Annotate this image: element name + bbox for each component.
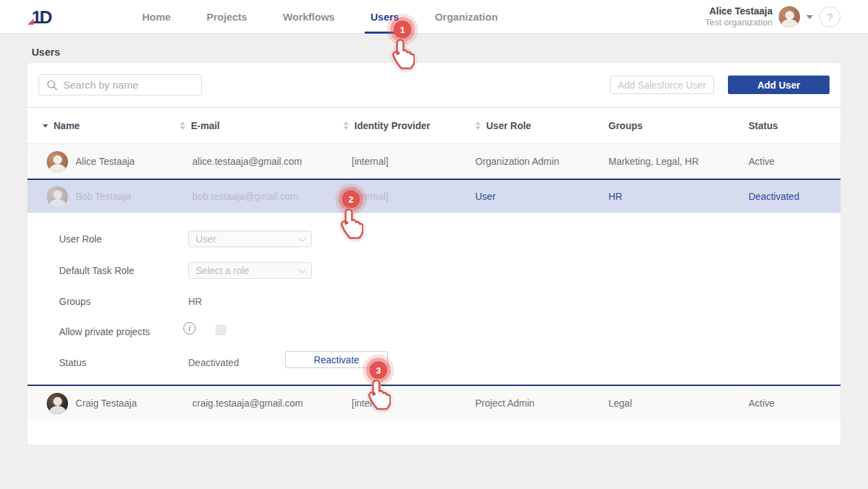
status-value: Deactivated: [188, 357, 239, 368]
chevron-down-icon: [299, 265, 306, 273]
user-role-cell: Organization Admin: [475, 156, 608, 167]
identity-provider-cell: [internal]: [343, 191, 475, 202]
column-header-email[interactable]: E-mail: [180, 120, 343, 131]
groups-value: HR: [188, 296, 202, 307]
column-header-status: Status: [749, 120, 841, 131]
search-icon: [46, 79, 58, 91]
default-task-role-label: Default Task Role: [59, 265, 134, 276]
table-row-craig[interactable]: Craig Testaaja craig.testaaja@gmail.com …: [27, 386, 841, 420]
groups-cell: Marketing, Legal, HR: [608, 156, 749, 167]
nav-item-organization[interactable]: Organization: [417, 0, 516, 34]
info-icon[interactable]: i: [183, 322, 196, 334]
column-header-user-role[interactable]: User Role: [475, 120, 608, 131]
detail-row-groups: Groups HR: [27, 293, 841, 310]
user-name-cell: Craig Testaaja: [43, 393, 180, 414]
column-header-groups: Groups: [608, 120, 749, 131]
nav-user-info: Alice Testaaja Test organization: [705, 5, 773, 29]
main-nav: Home Projects Workflows Users Organizati…: [124, 0, 516, 34]
search-box[interactable]: [38, 74, 202, 95]
status-cell: Active: [749, 156, 841, 167]
nav-item-users[interactable]: Users: [352, 0, 417, 34]
status-label: Status: [59, 357, 87, 368]
sort-icon: [343, 122, 349, 130]
groups-label: Groups: [59, 296, 91, 307]
chevron-down-icon: [299, 234, 306, 241]
detail-row-default-task-role: Default Task Role Select a role: [27, 262, 841, 279]
page-title: Users: [32, 46, 60, 58]
nav-item-projects[interactable]: Projects: [189, 0, 265, 34]
user-role-label: User Role: [59, 234, 102, 244]
app-logo[interactable]: 1D: [26, 5, 58, 29]
user-detail-panel: User Role User Default Task Role Select …: [27, 213, 841, 386]
identity-provider-cell: [internal]: [343, 398, 475, 409]
detail-row-allow-private: Allow private projects i: [27, 323, 841, 340]
nav-item-workflows[interactable]: Workflows: [265, 0, 353, 34]
table-row-bob-selected[interactable]: Bob Testaaja bob.testaaja@gmail.com [int…: [27, 179, 841, 213]
current-user-org: Test organization: [705, 17, 773, 28]
allow-private-projects-checkbox[interactable]: [216, 325, 226, 335]
user-avatar: [47, 151, 68, 172]
top-nav-bar: 1D Home Projects Workflows Users Organiz…: [0, 0, 868, 34]
logo-text: 1D: [26, 5, 58, 29]
user-role-cell: Project Admin: [475, 398, 608, 409]
nav-user-area: Alice Testaaja Test organization ?: [705, 0, 841, 34]
user-email-cell: alice.testaaja@gmail.com: [180, 156, 343, 167]
user-menu-caret-icon[interactable]: [806, 15, 813, 19]
default-task-role-select[interactable]: Select a role: [188, 262, 312, 279]
groups-cell: Legal: [608, 398, 749, 409]
help-button[interactable]: ?: [819, 6, 841, 27]
identity-provider-cell: [internal]: [343, 156, 475, 167]
user-role-select[interactable]: User: [188, 231, 312, 247]
column-header-identity-provider[interactable]: Identity Provider: [343, 120, 475, 131]
status-cell: Deactivated: [749, 191, 841, 202]
user-avatar: [47, 393, 68, 414]
user-name-cell: Bob Testaaja: [43, 186, 180, 207]
reactivate-button[interactable]: Reactivate: [285, 351, 388, 368]
status-cell: Active: [749, 398, 841, 409]
detail-row-status: Status Deactivated Reactivate: [27, 354, 841, 371]
current-user-avatar[interactable]: [779, 6, 800, 27]
user-name-cell: Alice Testaaja: [43, 151, 180, 172]
user-email-cell: bob.testaaja@gmail.com: [180, 191, 343, 202]
logo-accent-icon: [27, 19, 34, 25]
users-card: Add Salesforce User Add User Name E-mail…: [27, 63, 841, 445]
allow-private-projects-label: Allow private projects: [59, 326, 150, 337]
search-input[interactable]: [63, 79, 201, 91]
sort-icon: [475, 122, 481, 130]
add-user-button[interactable]: Add User: [728, 76, 830, 94]
sort-desc-icon: [43, 124, 48, 128]
question-mark-icon: ?: [827, 11, 832, 23]
table-row-alice[interactable]: Alice Testaaja alice.testaaja@gmail.com …: [27, 144, 841, 179]
nav-item-home[interactable]: Home: [124, 0, 189, 34]
sort-icon: [180, 122, 185, 130]
current-user-name: Alice Testaaja: [705, 5, 773, 18]
detail-row-user-role: User Role User: [27, 230, 841, 247]
column-header-name[interactable]: Name: [43, 120, 180, 131]
user-avatar: [47, 186, 68, 207]
table-header: Name E-mail Identity Provider User Role …: [27, 107, 841, 144]
groups-cell: HR: [608, 191, 749, 202]
user-role-cell: User: [475, 191, 608, 202]
add-salesforce-user-button[interactable]: Add Salesforce User: [610, 76, 714, 94]
user-email-cell: craig.testaaja@gmail.com: [180, 398, 343, 409]
